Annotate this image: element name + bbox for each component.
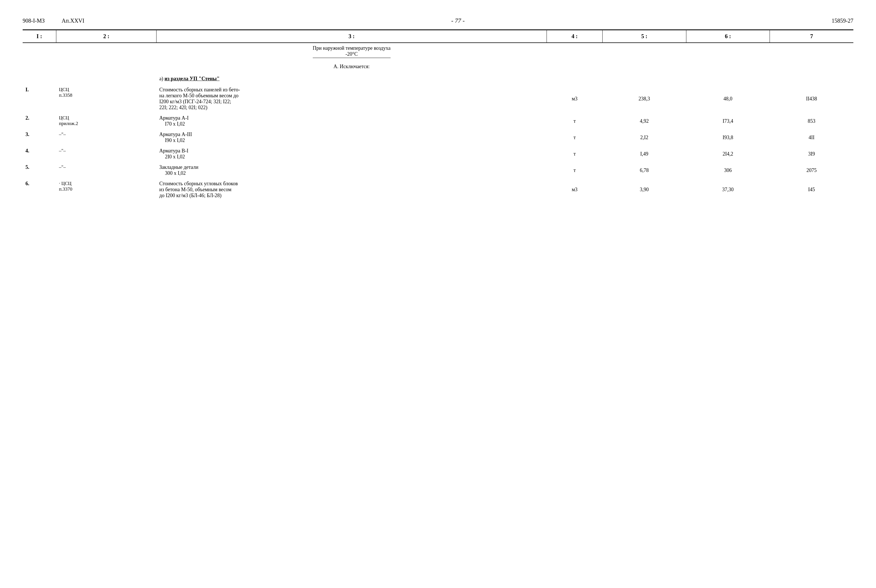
- row-desc-2: Арматура А-I I70 x I,02: [156, 113, 547, 129]
- row-unit-2: т: [547, 113, 603, 129]
- col-header-5: 5 :: [603, 30, 686, 43]
- row-desc-3: Арматура А-III I90 x I,02: [156, 129, 547, 146]
- col-header-3: 3 :: [156, 30, 547, 43]
- subsection-a1-row: а) из раздела УП "Стены": [23, 72, 853, 85]
- empty-cell: [23, 72, 56, 85]
- row-ref-5: –"–: [56, 162, 156, 178]
- col-header-6: 6 :: [686, 30, 769, 43]
- main-table: I : 2 : 3 : 4 : 5 : 6 : 7 При наружной т…: [23, 29, 853, 201]
- subsection-a1-prefix: а): [159, 76, 164, 81]
- col-header-4: 4 :: [547, 30, 603, 43]
- row-unit-1: м3: [547, 85, 603, 113]
- subsection-a1-text: из раздела УП "Стены": [164, 76, 219, 81]
- col-header-2: 2 :: [56, 30, 156, 43]
- row-ref-3: –"–: [56, 129, 156, 146]
- row-col7-6: I45: [770, 178, 853, 201]
- row-num-6: 6.: [23, 178, 56, 201]
- row-subdesc-4: 2I0 x I,02: [165, 154, 185, 159]
- row-col5-3: 2,I2: [603, 129, 686, 146]
- empty-cell: [603, 62, 686, 72]
- empty-cell: [686, 43, 769, 62]
- doc-number: 15859-27: [832, 18, 853, 24]
- row-col5-4: I,49: [603, 146, 686, 162]
- row-unit-4: т: [547, 146, 603, 162]
- table-row: 6. · ЦСЦп.3370 Стоимость сборных угловых…: [23, 178, 853, 201]
- row-col5-1: 238,3: [603, 85, 686, 113]
- row-col7-3: 4II: [770, 129, 853, 146]
- row-desc-5: Закладные детали 300 x I,02: [156, 162, 547, 178]
- row-col7-1: II438: [770, 85, 853, 113]
- empty-cell: [56, 43, 156, 62]
- row-col6-1: 48,0: [686, 85, 769, 113]
- row-ref-2: ЦСЦприлож.2: [56, 113, 156, 129]
- row-col6-4: 2I4,2: [686, 146, 769, 162]
- subsection-a1-cell: а) из раздела УП "Стены": [156, 72, 547, 85]
- row-unit-5: т: [547, 162, 603, 178]
- table-header-row: I : 2 : 3 : 4 : 5 : 6 : 7: [23, 30, 853, 43]
- temp-section-cell: При наружной температуре воздуха-20°С: [156, 43, 547, 62]
- subsection-a-header: А. Исключается:: [23, 62, 853, 72]
- header-left: 908-I-МЗ Ап.XXVI: [23, 18, 84, 24]
- appendix-ref: Ап.XXVI: [62, 18, 84, 24]
- empty-cell: [23, 43, 56, 62]
- row-col7-2: 853: [770, 113, 853, 129]
- row-col7-4: 3I9: [770, 146, 853, 162]
- row-num-1: I.: [23, 85, 56, 113]
- col-header-1: I :: [23, 30, 56, 43]
- row-col6-2: I73,4: [686, 113, 769, 129]
- row-col5-5: 6,78: [603, 162, 686, 178]
- row-col5-6: 3,90: [603, 178, 686, 201]
- table-row: 4. –"– Арматура В-I 2I0 x I,02 т I,49 2I…: [23, 146, 853, 162]
- row-subdesc-5: 300 x I,02: [165, 170, 186, 176]
- row-num-3: 3.: [23, 129, 56, 146]
- subsection-a-label: А. Исключается:: [156, 62, 547, 72]
- empty-cell: [770, 43, 853, 62]
- empty-cell: [686, 72, 769, 85]
- row-subdesc-2: I70 x I,02: [165, 121, 185, 127]
- row-subdesc-3: I90 x I,02: [165, 138, 185, 143]
- row-desc-4: Арматура В-I 2I0 x I,02: [156, 146, 547, 162]
- row-col6-3: I93,8: [686, 129, 769, 146]
- row-num-5: 5.: [23, 162, 56, 178]
- temp-value: -20°С: [346, 51, 358, 57]
- empty-cell: [56, 72, 156, 85]
- empty-cell: [770, 72, 853, 85]
- row-ref-6: · ЦСЦп.3370: [56, 178, 156, 201]
- row-col5-2: 4,92: [603, 113, 686, 129]
- table-row: 2. ЦСЦприлож.2 Арматура А-I I70 x I,02 т…: [23, 113, 853, 129]
- row-ref-4: –"–: [56, 146, 156, 162]
- empty-cell: [547, 43, 603, 62]
- empty-cell: [56, 62, 156, 72]
- document-header: 908-I-МЗ Ап.XXVI - 77 - 15859-27: [23, 17, 853, 24]
- row-desc-1: Стоимость сборных панелей из бето- на ле…: [156, 85, 547, 113]
- table-row: I. ЦСЦп.3358 Стоимость сборных панелей и…: [23, 85, 853, 113]
- empty-cell: [603, 72, 686, 85]
- section-temp-header: При наружной температуре воздуха-20°С: [23, 43, 853, 62]
- row-desc-6: Стоимость сборных угловых блоков из бето…: [156, 178, 547, 201]
- table-row: 5. –"– Закладные детали 300 x I,02 т 6,7…: [23, 162, 853, 178]
- page-number: - 77 -: [451, 17, 465, 24]
- empty-cell: [770, 62, 853, 72]
- temp-text: При наружной температуре воздуха-20°С: [313, 45, 391, 58]
- row-col6-6: 37,30: [686, 178, 769, 201]
- empty-cell: [686, 62, 769, 72]
- row-num-2: 2.: [23, 113, 56, 129]
- empty-cell: [547, 72, 603, 85]
- doc-code: 908-I-МЗ: [23, 18, 45, 24]
- row-ref-1: ЦСЦп.3358: [56, 85, 156, 113]
- table-row: 3. –"– Арматура А-III I90 x I,02 т 2,I2 …: [23, 129, 853, 146]
- col-header-7: 7: [770, 30, 853, 43]
- row-num-4: 4.: [23, 146, 56, 162]
- row-unit-3: т: [547, 129, 603, 146]
- empty-cell: [547, 62, 603, 72]
- row-unit-6: м3: [547, 178, 603, 201]
- row-col6-5: 306: [686, 162, 769, 178]
- empty-cell: [23, 62, 56, 72]
- empty-cell: [603, 43, 686, 62]
- row-col7-5: 2075: [770, 162, 853, 178]
